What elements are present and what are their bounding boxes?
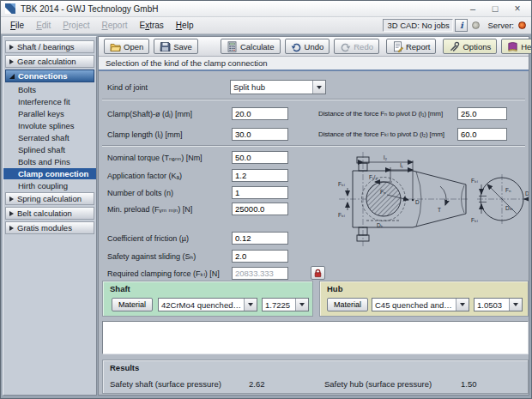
report-icon <box>392 41 403 52</box>
number-of-bolts-input[interactable] <box>232 186 288 199</box>
menu-help[interactable]: Help <box>170 19 200 32</box>
diagram-label-d: D <box>415 199 420 205</box>
options-button[interactable]: Options <box>443 39 497 54</box>
dropdown-button[interactable] <box>312 81 325 94</box>
dropdown-button[interactable] <box>509 299 522 311</box>
distance-l1-input[interactable] <box>457 107 507 120</box>
diagram-label-fn: Fₙ <box>380 189 386 195</box>
sidebar-item-splined-shaft[interactable]: Splined shaft <box>3 144 96 155</box>
calculate-button[interactable]: Calculate <box>221 39 281 54</box>
friction-coefficient-label: Coefficient of friction (µ) <box>107 234 189 243</box>
diagram-label-fn: Fₙ <box>505 187 511 193</box>
safety-hub-label: Safety hub (surface pressure) <box>324 379 432 389</box>
save-button[interactable]: Save <box>154 39 198 54</box>
main-panel: Open Save Calculate Undo Redo <box>98 36 529 396</box>
diagram-label-l2: l₂ <box>384 154 387 160</box>
min-preload-label: Min. preload (Fᵥₘ ₘᵢₙ) [N] <box>107 205 192 214</box>
open-folder-icon <box>110 41 121 52</box>
menu-extras[interactable]: Extras <box>134 19 170 32</box>
clamp-length-input[interactable] <box>232 128 288 141</box>
expanded-arrow-icon <box>9 74 15 79</box>
safety-sliding-input[interactable] <box>232 250 288 263</box>
sidebar-item-clamp-connection[interactable]: Clamp connection <box>3 168 96 179</box>
sidebar-item-parallel-keys[interactable]: Parallel keys <box>3 108 96 119</box>
module-sidebar: Shaft / bearings Gear calculation Connec… <box>3 36 97 396</box>
maximize-button[interactable]: □ <box>484 3 506 15</box>
sidebar-section-belt-calculation[interactable]: Belt calculation <box>5 207 94 220</box>
info-button[interactable]: i <box>455 19 468 32</box>
collapsed-arrow-icon <box>9 226 14 231</box>
open-button[interactable]: Open <box>104 39 149 54</box>
shaft-material-select[interactable]: 42CrMo4 quenched and te... <box>158 298 257 311</box>
report-button[interactable]: Report <box>386 39 437 54</box>
min-preload-input[interactable] <box>232 203 288 215</box>
chevron-down-icon <box>513 303 518 306</box>
sidebar-item-serrated-shaft[interactable]: Serrated shaft <box>3 132 96 143</box>
sidebar-section-gratis-modules[interactable]: Gratis modules <box>5 221 94 234</box>
shaft-panel-title: Shaft <box>110 284 130 293</box>
cad-status-icon <box>472 21 480 29</box>
sidebar-section-spring-calculation[interactable]: Spring calculation <box>5 192 94 205</box>
collapsed-arrow-icon <box>9 45 14 50</box>
clamp-form: Kind of joint Split hub Clamp(Shaft)-ø (… <box>99 71 529 395</box>
server-label: Server: <box>487 21 514 30</box>
diagram-label-fkl: Fₖₗ <box>338 212 345 218</box>
dropdown-button[interactable] <box>244 299 257 311</box>
menu-project: Project <box>57 19 95 32</box>
collapsed-arrow-icon <box>9 59 14 64</box>
menu-report: Report <box>95 19 133 32</box>
cad-status-box: 3D CAD: No jobs <box>383 19 453 32</box>
title-bar: TBK 2014 - GWJ Technology GmbH – □ × <box>1 1 531 17</box>
sidebar-item-involute-splines[interactable]: Involute splines <box>3 120 96 131</box>
diagram-label-l1: l₁ <box>400 162 403 168</box>
distance-l2-input[interactable] <box>457 128 507 141</box>
options-icon <box>449 41 460 52</box>
redo-icon <box>340 41 351 52</box>
sidebar-item-hirth-coupling[interactable]: Hirth coupling <box>3 180 96 191</box>
menu-file[interactable]: File <box>4 19 30 32</box>
shaft-material-number-select[interactable]: 1.7225 <box>262 298 309 311</box>
hub-material-number-select[interactable]: 1.0503 <box>474 298 523 311</box>
hub-material-select[interactable]: C45 quenched and temper... <box>372 298 469 311</box>
divider <box>102 145 525 147</box>
sidebar-item-interference-fit[interactable]: Interference fit <box>3 96 96 107</box>
redo-button: Redo <box>334 39 379 54</box>
dropdown-button[interactable] <box>456 299 469 311</box>
friction-coefficient-input[interactable] <box>232 232 288 245</box>
minimize-button[interactable]: – <box>462 3 484 15</box>
diagram-label-d: D <box>525 190 529 196</box>
distance-l1-label: Distance of the force Fₙ to pivot D (l₁)… <box>318 110 443 118</box>
application-factor-label: Application factor (Kₐ) <box>107 172 182 180</box>
clamp-connection-diagram: l₂ l₁ Fₖₗ Fₖₗ Fᵣ/₂ Fₙ D Dₖ T Fₖₗ Fₖₗ Fₙ … <box>337 148 529 251</box>
results-title: Results <box>110 363 139 372</box>
clamp-diameter-input[interactable] <box>232 107 288 120</box>
close-button[interactable]: × <box>506 3 529 15</box>
sidebar-item-bolts[interactable]: Bolts <box>3 84 96 95</box>
shaft-material-panel: Shaft Material 42CrMo4 quenched and te..… <box>102 281 313 317</box>
toolbar: Open Save Calculate Undo Redo <box>99 37 529 57</box>
application-factor-input[interactable] <box>232 169 288 182</box>
hub-material-button[interactable]: Material <box>327 298 368 311</box>
clamp-length-label: Clamp length (lⱼ) [mm] <box>107 130 183 139</box>
status-line: Selection of the kind of the clamp conne… <box>99 57 529 71</box>
dropdown-button[interactable] <box>295 299 308 311</box>
sidebar-section-shaft-bearings[interactable]: Shaft / bearings <box>5 40 94 53</box>
server-status-icon <box>518 21 526 29</box>
lock-button[interactable] <box>311 266 325 280</box>
sidebar-section-gear-calculation[interactable]: Gear calculation <box>5 55 94 68</box>
sidebar-item-bolts-and-pins[interactable]: Bolts and Pins <box>3 156 96 167</box>
window-title: TBK 2014 - GWJ Technology GmbH <box>21 4 462 14</box>
calculator-icon <box>227 41 238 52</box>
shaft-material-button[interactable]: Material <box>112 298 153 311</box>
menu-edit: Edit <box>30 19 57 32</box>
diagram-label-fkl: Fₖₗ <box>471 217 478 223</box>
divider <box>102 99 525 100</box>
diagram-label-fkl: Fₖₗ <box>471 178 478 184</box>
undo-button[interactable]: Undo <box>285 39 330 54</box>
required-clamping-force-label: Required clamping force (Fₖₗ) [N] <box>107 269 220 278</box>
kind-of-joint-select[interactable]: Split hub <box>230 80 326 94</box>
help-button[interactable]: Help <box>501 39 532 54</box>
sidebar-section-connections[interactable]: Connections <box>5 70 94 82</box>
nominal-torque-input[interactable] <box>232 151 288 164</box>
hub-panel-title: Hub <box>327 284 342 293</box>
